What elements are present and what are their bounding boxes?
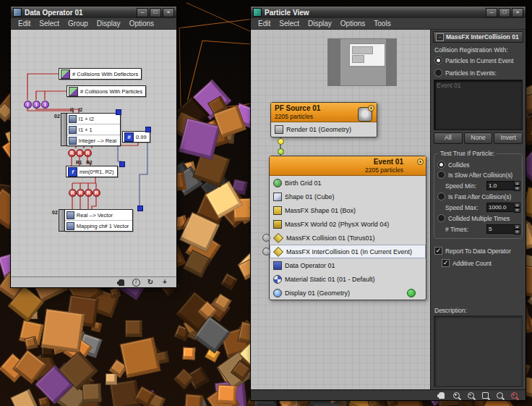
times-field[interactable]: 5 — [486, 224, 514, 234]
speed-min-field[interactable]: 1.0 — [486, 181, 514, 190]
vector-row[interactable]: Mapping ch# 1 Vector — [65, 221, 133, 231]
event-node[interactable]: Event 01 2205 particles Birth Grid 01 Sh… — [269, 156, 426, 300]
node-vector[interactable]: 02 Real --> Vector Mapping ch# 1 Vector — [52, 209, 133, 232]
menu-options[interactable]: Options — [336, 20, 369, 28]
pf-source-node[interactable]: PF Source 01 2205 particles Render 01 (G… — [270, 102, 377, 138]
test-input-socket[interactable] — [262, 248, 270, 255]
minimize-button[interactable]: – — [137, 8, 148, 17]
times-spinner[interactable]: 5 ▲▼ — [486, 224, 520, 234]
maximize-button[interactable]: □ — [499, 8, 510, 17]
event-row[interactable]: Display 01 (Geometry) — [270, 286, 426, 300]
test-output-connector[interactable] — [278, 138, 284, 145]
zoom-icon[interactable] — [452, 391, 460, 399]
render-row[interactable]: Render 01 (Geometry) — [271, 122, 377, 137]
radio-is-slow[interactable]: Is Slow After Collision(s) — [437, 171, 519, 179]
radio-icon[interactable] — [437, 161, 445, 169]
event-input-connector[interactable] — [278, 148, 284, 155]
maximize-button[interactable]: □ — [150, 8, 161, 17]
report-to-data-operator-checkbox[interactable]: ✓ Report To Data Operator — [434, 247, 522, 255]
checkbox-icon[interactable]: ✓ — [434, 247, 442, 255]
speed-max-field[interactable]: 1000.0 — [486, 203, 514, 212]
radio-icon[interactable] — [437, 171, 445, 179]
radio-icon[interactable] — [437, 214, 445, 222]
menu-display[interactable]: Display — [304, 20, 336, 28]
event-row[interactable]: Birth Grid 01 — [270, 176, 426, 190]
spin-down-icon[interactable]: ▼ — [514, 186, 520, 191]
node-collisions-particles[interactable]: # Collisions With Particles — [66, 85, 146, 97]
expr-row[interactable]: I1 + 1 — [67, 124, 120, 135]
spin-down-icon[interactable]: ▼ — [514, 229, 520, 234]
radio-particles-current-event[interactable]: Particles In Current Event — [434, 56, 522, 64]
radio-icon[interactable] — [434, 56, 442, 64]
menu-select[interactable]: Select — [35, 20, 64, 28]
menu-display[interactable]: Display — [93, 20, 125, 28]
output-socket[interactable] — [145, 127, 151, 132]
integer-connector[interactable]: I — [24, 101, 32, 109]
description-box[interactable] — [434, 316, 523, 387]
spin-down-icon[interactable]: ▼ — [514, 208, 520, 213]
real-connector[interactable]: R — [76, 149, 84, 157]
spin-up-icon[interactable]: ▲ — [514, 181, 520, 186]
output-socket[interactable] — [119, 161, 125, 167]
expr-row[interactable]: I1 + I2 — [67, 114, 120, 124]
spin-up-icon[interactable]: ▲ — [514, 224, 520, 229]
pan-tool-icon[interactable]: + — [160, 278, 169, 287]
close-button[interactable]: × — [163, 8, 174, 17]
rollout-header[interactable]: - MassFX InterCollision 01 — [433, 31, 523, 43]
output-socket[interactable] — [116, 109, 121, 115]
real-connector[interactable]: R — [69, 189, 77, 197]
close-button[interactable]: × — [512, 8, 523, 17]
pf-source-header[interactable]: PF Source 01 2205 particles — [271, 103, 377, 122]
menu-select[interactable]: Select — [275, 20, 304, 28]
radio-particles-in-events[interactable]: Particles In Events: — [434, 69, 522, 77]
speed-max-spinner[interactable]: 1000.0 ▲▼ — [486, 203, 520, 212]
test-input-socket[interactable] — [262, 234, 270, 242]
menu-tools[interactable]: Tools — [369, 20, 395, 28]
none-button[interactable]: None — [464, 132, 493, 144]
radio-icon[interactable] — [434, 69, 442, 77]
node-constant[interactable]: # 0.99 — [122, 131, 150, 143]
event-row[interactable]: MassFX World 02 (PhysX World 04) — [270, 217, 426, 231]
node-expression[interactable]: 02 I1 + I2 I1 + 1 Integer --> Real — [54, 113, 121, 146]
minimize-button[interactable]: – — [486, 8, 497, 17]
data-operator-titlebar[interactable]: Data Operator 01 – □ × — [11, 7, 176, 18]
invert-button[interactable]: Invert — [494, 132, 523, 144]
speed-min-spinner[interactable]: 1.0 ▲▼ — [486, 181, 520, 190]
real-connector[interactable]: R — [77, 189, 85, 197]
integer-connector[interactable]: I — [41, 101, 49, 109]
real-connector[interactable]: R — [85, 189, 93, 197]
pan-hand-icon[interactable] — [117, 278, 126, 287]
zoom-out-icon[interactable] — [466, 391, 475, 399]
expr-row[interactable]: Integer --> Real — [67, 135, 120, 145]
real-connector[interactable]: R — [68, 149, 76, 157]
all-button[interactable]: All — [434, 132, 463, 144]
menu-group[interactable]: Group — [64, 20, 93, 28]
event-header[interactable]: Event 01 2205 particles — [270, 156, 426, 176]
particle-view-canvas[interactable]: PF Source 01 2205 particles Render 01 (G… — [251, 30, 430, 389]
pan-hand-icon[interactable] — [437, 391, 446, 399]
event-row[interactable]: Data Operator 01 — [270, 258, 426, 272]
event-row[interactable]: Shape 01 (Cube) — [270, 190, 426, 203]
real-connector[interactable]: R — [93, 189, 100, 197]
events-listbox[interactable]: Event 01 — [434, 80, 523, 130]
output-socket[interactable] — [137, 206, 143, 211]
dataop-canvas[interactable]: # Collisions With Deflectors # Collision… — [11, 30, 176, 276]
node-min-expression[interactable]: f min(0*R1, R2) — [66, 166, 118, 177]
radio-icon[interactable] — [437, 193, 445, 200]
particle-view-titlebar[interactable]: Particle View – □ × — [251, 7, 525, 18]
info-icon[interactable]: i — [132, 278, 140, 287]
zoom-region-icon[interactable] — [481, 391, 489, 399]
update-icon[interactable]: ↻ — [146, 278, 155, 287]
real-connector[interactable]: R — [84, 149, 92, 157]
spin-up-icon[interactable]: ▲ — [514, 203, 520, 208]
vector-row[interactable]: Real --> Vector — [65, 210, 133, 221]
menu-edit[interactable]: Edit — [14, 20, 35, 28]
event-row[interactable]: Material Static 01 (01 - Default) — [270, 272, 426, 286]
radio-is-fast[interactable]: Is Fast After Collision(s) — [437, 193, 519, 200]
collapse-icon[interactable]: - — [436, 33, 444, 41]
enable-toggle-icon[interactable] — [417, 158, 424, 165]
menu-edit[interactable]: Edit — [254, 20, 275, 28]
enable-toggle-icon[interactable] — [368, 105, 374, 111]
additive-count-checkbox[interactable]: ✓ Additive Count — [442, 259, 522, 267]
radio-collided-multiple[interactable]: Collided Multiple Times — [437, 214, 519, 222]
